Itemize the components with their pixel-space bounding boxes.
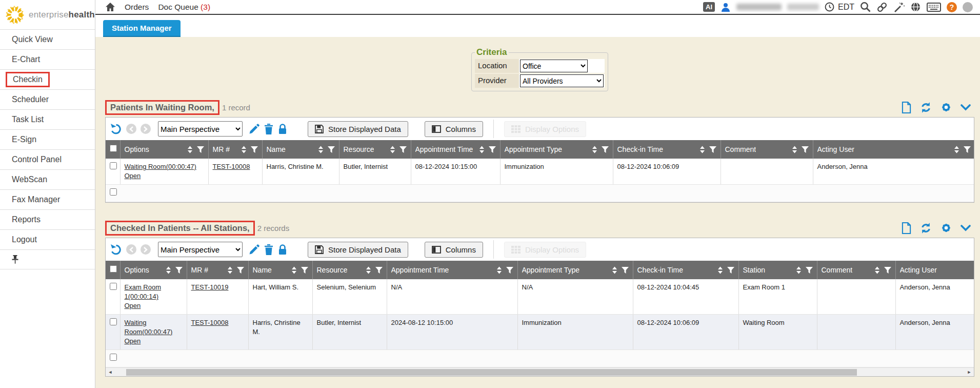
avatar-icon[interactable] (963, 2, 973, 12)
select-all-checkbox[interactable] (110, 145, 117, 152)
column-header-appointment-type[interactable]: Appointment Type (517, 261, 633, 279)
open-link[interactable]: Open (125, 302, 141, 309)
sidebar-item-e-chart[interactable]: E-Chart (0, 49, 95, 69)
column-header-check-in-time[interactable]: Check-in Time (613, 140, 721, 159)
column-header-name[interactable]: Name (262, 140, 339, 159)
collapse-chevron-icon[interactable] (961, 104, 971, 111)
sidebar-item-reports[interactable]: Reports (0, 209, 95, 229)
scrollbar-thumb[interactable] (126, 369, 857, 376)
column-header-station[interactable]: Station (738, 261, 817, 279)
column-header-acting-user[interactable]: Acting User (813, 140, 974, 159)
sidebar-item-fax-manager[interactable]: Fax Manager (0, 189, 95, 209)
column-header-acting-user[interactable]: Acting User (895, 261, 974, 279)
column-header-resource[interactable]: Resource (312, 261, 387, 279)
column-header-check-in-time[interactable]: Check-in Time (633, 261, 738, 279)
scroll-right-icon[interactable]: ► (965, 368, 974, 377)
sidebar-item-quick-view[interactable]: Quick View (0, 29, 95, 49)
mr-number-link[interactable]: TEST-10008 (191, 319, 229, 326)
horizontal-scrollbar[interactable]: ◄ ► (106, 367, 974, 376)
perspective-select[interactable]: Main Perspective (158, 121, 243, 137)
clock-icon[interactable] (825, 2, 834, 12)
lock-icon[interactable] (278, 124, 287, 134)
prev-icon[interactable] (126, 244, 136, 255)
help-icon[interactable]: ? (947, 2, 957, 12)
row-checkbox[interactable] (110, 188, 117, 196)
lock-icon[interactable] (278, 244, 287, 255)
sidebar-item-task-list[interactable]: Task List (0, 109, 95, 129)
prev-icon[interactable] (126, 124, 136, 134)
scroll-left-icon[interactable]: ◄ (106, 368, 115, 377)
location-select[interactable]: Office (520, 60, 588, 72)
open-link[interactable]: Open (125, 172, 141, 180)
sidebar-item-checkin[interactable]: Checkin (0, 69, 95, 89)
globe-icon[interactable] (910, 2, 921, 12)
station-timer-link[interactable]: Exam Room 1(00:00:14) (125, 283, 162, 300)
new-document-icon[interactable] (902, 222, 911, 234)
filter-funnel-icon (884, 267, 891, 274)
column-header-mr[interactable]: MR # (187, 261, 248, 279)
mr-number-link[interactable]: TEST-10019 (191, 283, 229, 291)
column-header-options[interactable]: Options (120, 140, 208, 159)
edit-pencil-icon[interactable] (249, 244, 259, 255)
station-timer-link[interactable]: Waiting Room(00:00:47) (125, 319, 173, 336)
filter-funnel-icon (237, 267, 244, 274)
gear-icon[interactable] (941, 222, 952, 234)
gear-icon[interactable] (941, 102, 952, 113)
row-checkbox[interactable] (110, 318, 117, 325)
next-icon[interactable] (141, 124, 151, 134)
column-header-options[interactable]: Options (120, 261, 187, 279)
column-header-resource[interactable]: Resource (339, 140, 411, 159)
next-icon[interactable] (141, 244, 151, 255)
sidebar-item-pin[interactable] (0, 249, 95, 269)
delete-trash-icon[interactable] (264, 124, 273, 134)
new-document-icon[interactable] (902, 102, 911, 113)
delete-trash-icon[interactable] (264, 244, 273, 255)
row-checkbox[interactable] (110, 354, 117, 361)
sidebar-item-scheduler[interactable]: Scheduler (0, 89, 95, 109)
sidebar-item-label: Reports (12, 215, 41, 224)
link-icon[interactable] (876, 2, 888, 13)
edit-pencil-icon[interactable] (249, 124, 259, 134)
undo-icon[interactable] (110, 244, 122, 256)
store-displayed-data-button[interactable]: Store Displayed Data (308, 242, 408, 258)
row-checkbox[interactable] (110, 283, 117, 290)
sidebar-item-control-panel[interactable]: Control Panel (0, 149, 95, 169)
tab-station-manager[interactable]: Station Manager (103, 20, 181, 37)
user-icon[interactable] (721, 2, 731, 12)
columns-button[interactable]: Columns (425, 242, 483, 258)
column-header-appointment-time[interactable]: Appointment Time (387, 261, 517, 279)
column-header-comment[interactable]: Comment (817, 261, 895, 279)
wand-icon[interactable] (893, 2, 905, 13)
sidebar-item-webscan[interactable]: WebScan (0, 169, 95, 189)
refresh-icon[interactable] (920, 222, 932, 234)
collapse-chevron-icon[interactable] (961, 225, 971, 231)
search-icon[interactable] (860, 2, 871, 12)
ai-badge[interactable]: AI (703, 2, 715, 12)
column-header-appointment-time[interactable]: Appointment Time (411, 140, 500, 159)
nav-orders[interactable]: Orders (125, 3, 149, 12)
table-row: Exam Room 1(00:00:14)OpenTEST-10019Hart,… (106, 279, 974, 315)
column-header-appointment-type[interactable]: Appointment Type (500, 140, 613, 159)
column-header-mr[interactable]: MR # (208, 140, 262, 159)
column-header-name[interactable]: Name (248, 261, 312, 279)
open-link[interactable]: Open (125, 337, 141, 345)
undo-icon[interactable] (110, 123, 122, 135)
column-header-comment[interactable]: Comment (721, 140, 813, 159)
sidebar-item-label: E-Chart (12, 55, 40, 64)
sidebar-item-label: E-Sign (12, 135, 36, 144)
sidebar-item-label: WebScan (12, 175, 47, 184)
refresh-icon[interactable] (920, 102, 932, 113)
keyboard-icon[interactable] (927, 3, 941, 12)
perspective-select[interactable]: Main Perspective (158, 242, 243, 257)
mr-number-link[interactable]: TEST-10008 (213, 163, 250, 170)
provider-select[interactable]: All Providers (520, 74, 604, 87)
row-checkbox[interactable] (110, 162, 117, 169)
sidebar-item-logout[interactable]: Logout (0, 229, 95, 249)
select-all-checkbox[interactable] (110, 265, 117, 273)
nav-doc-queue[interactable]: Doc Queue (3) (158, 3, 210, 12)
sidebar-item-e-sign[interactable]: E-Sign (0, 129, 95, 149)
store-displayed-data-button[interactable]: Store Displayed Data (308, 121, 408, 137)
columns-button[interactable]: Columns (425, 121, 483, 137)
home-icon[interactable] (105, 2, 115, 12)
station-timer-link[interactable]: Waiting Room(00:00:47) (125, 163, 196, 170)
